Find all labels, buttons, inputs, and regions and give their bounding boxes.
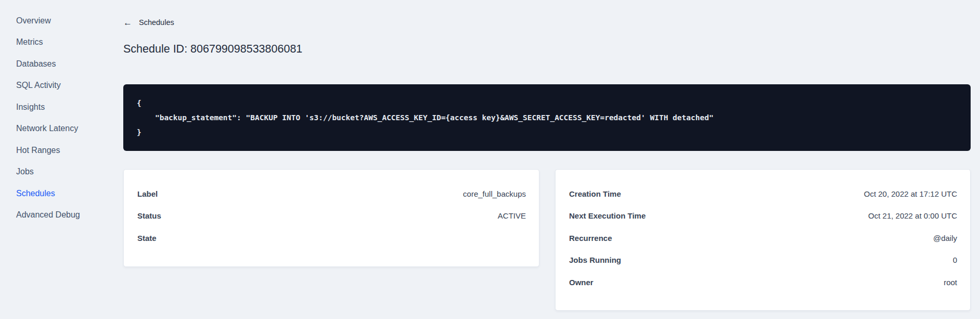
sidebar-item-label: SQL Activity	[16, 81, 61, 90]
sidebar-item-label: Insights	[16, 103, 45, 112]
sidebar-item-databases[interactable]: Databases	[16, 53, 99, 75]
detail-row: Creation Time Oct 20, 2022 at 17:12 UTC	[569, 183, 957, 205]
detail-row-label: Jobs Running	[569, 256, 621, 264]
detail-row-value: @daily	[933, 234, 957, 243]
detail-row-label: Owner	[569, 278, 594, 287]
back-link[interactable]: ← Schedules	[123, 17, 174, 28]
detail-row: Label core_full_backups	[137, 183, 526, 205]
detail-row: State	[137, 227, 526, 249]
sidebar-item-label: Network Latency	[16, 124, 78, 133]
sidebar-item-label: Schedules	[16, 189, 55, 198]
detail-row-value: ACTIVE	[498, 211, 526, 220]
back-link-label: Schedules	[139, 18, 174, 27]
schedule-label-card: Label core_full_backups Status ACTIVE St…	[123, 169, 539, 267]
sidebar-item-metrics[interactable]: Metrics	[16, 32, 99, 54]
detail-row-label: Creation Time	[569, 189, 621, 198]
sidebar-item-insights[interactable]: Insights	[16, 96, 99, 118]
schedule-statement-code-block: { "backup_statement": "BACKUP INTO 's3:/…	[123, 84, 971, 151]
sidebar-item-label: Jobs	[16, 167, 34, 176]
sidebar-item-advanced-debug[interactable]: Advanced Debug	[16, 205, 99, 226]
sidebar-item-jobs[interactable]: Jobs	[16, 161, 99, 183]
detail-cards-row: Label core_full_backups Status ACTIVE St…	[123, 169, 971, 311]
page-title: Schedule ID: 806799098533806081	[123, 41, 971, 57]
detail-row-value: Oct 21, 2022 at 0:00 UTC	[868, 211, 957, 220]
app-root: Overview Metrics Databases SQL Activity …	[0, 0, 980, 319]
detail-row: Status ACTIVE	[137, 205, 526, 227]
main-content: ← Schedules Schedule ID: 806799098533806…	[99, 0, 980, 319]
sidebar-item-label: Hot Ranges	[16, 146, 60, 155]
schedule-meta-card: Creation Time Oct 20, 2022 at 17:12 UTC …	[555, 169, 971, 311]
sidebar-item-label: Advanced Debug	[16, 210, 80, 220]
detail-row: Next Execution Time Oct 21, 2022 at 0:00…	[569, 205, 957, 227]
sidebar-item-schedules[interactable]: Schedules	[16, 183, 99, 205]
sidebar-item-sql-activity[interactable]: SQL Activity	[16, 75, 99, 97]
sidebar-item-hot-ranges[interactable]: Hot Ranges	[16, 139, 99, 161]
sidebar-item-label: Metrics	[16, 37, 43, 47]
detail-row-value: 0	[953, 256, 957, 264]
sidebar-item-label: Databases	[16, 59, 56, 69]
sidebar-item-label: Overview	[16, 16, 51, 25]
detail-row: Recurrence @daily	[569, 227, 957, 249]
detail-row: Owner root	[569, 271, 957, 294]
sidebar-item-network-latency[interactable]: Network Latency	[16, 118, 99, 140]
sidebar-item-overview[interactable]: Overview	[16, 10, 99, 32]
detail-row-value: core_full_backups	[463, 189, 526, 198]
detail-row-value: root	[944, 278, 957, 287]
detail-row-label: Label	[137, 189, 158, 198]
detail-row-label: Status	[137, 211, 161, 220]
arrow-left-icon: ←	[123, 18, 132, 27]
detail-row-label: State	[137, 234, 157, 243]
detail-row-label: Recurrence	[569, 234, 612, 243]
detail-row-label: Next Execution Time	[569, 211, 646, 220]
detail-row: Jobs Running 0	[569, 249, 957, 272]
detail-row-value: Oct 20, 2022 at 17:12 UTC	[864, 189, 957, 198]
sidebar: Overview Metrics Databases SQL Activity …	[0, 0, 99, 319]
sidebar-nav-list: Overview Metrics Databases SQL Activity …	[16, 10, 99, 226]
